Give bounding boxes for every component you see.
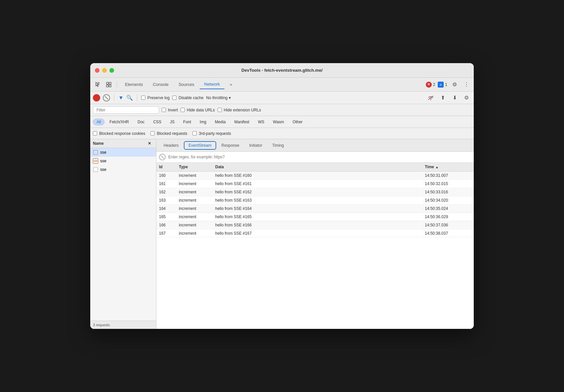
nav-tabs: Elements Console Sources Network » (120, 80, 424, 89)
disable-cache-checkbox[interactable] (172, 96, 177, 100)
type-fetch-xhr[interactable]: Fetch/XHR (106, 119, 133, 125)
type-all[interactable]: All (93, 119, 104, 125)
type-header: Type (179, 165, 215, 169)
third-party-label[interactable]: 3rd-party requests (192, 131, 231, 136)
titlebar: DevTools - fetch-eventstream.glitch.me/ (90, 63, 474, 78)
tab-response[interactable]: Response (217, 141, 244, 150)
tab-console[interactable]: Console (148, 80, 173, 89)
window-title: DevTools - fetch-eventstream.glitch.me/ (241, 68, 322, 73)
type-img[interactable]: Img (196, 119, 210, 125)
devtools-panel: Elements Console Sources Network » ✕ 2 ≡… (90, 78, 474, 329)
request-name-2: sse (100, 159, 106, 163)
sidebar-footer: 3 requests (90, 321, 156, 329)
maximize-button[interactable] (109, 68, 114, 73)
network-settings-icon[interactable]: ⚙ (462, 93, 471, 102)
record-button[interactable] (93, 94, 100, 101)
svg-rect-1 (106, 82, 108, 84)
table-row[interactable]: 163 increment hello from SSE #163 14:50:… (156, 196, 474, 205)
settings-icon[interactable]: ⚙ (450, 80, 459, 89)
blocked-cookies-label[interactable]: Blocked response cookies (93, 131, 145, 136)
tab-more[interactable]: » (225, 80, 237, 89)
main-toolbar: Elements Console Sources Network » ✕ 2 ≡… (90, 78, 474, 92)
request-list-header: Name ✕ (90, 139, 156, 148)
right-panel: Headers EventStream Response Initiator T… (156, 139, 474, 329)
hide-data-urls-label[interactable]: Hide data URLs (181, 108, 215, 112)
type-font[interactable]: Font (180, 119, 195, 125)
inspect-icon[interactable] (104, 80, 113, 89)
table-row[interactable]: 165 increment hello from SSE #165 14:50:… (156, 213, 474, 221)
tab-network[interactable]: Network (200, 80, 225, 89)
table-row[interactable]: 161 increment hello from SSE #161 14:50:… (156, 180, 474, 188)
chevron-down-icon: ▾ (229, 96, 231, 100)
invert-checkbox[interactable] (162, 108, 166, 112)
tab-headers[interactable]: Headers (159, 141, 183, 150)
type-css[interactable]: CSS (149, 119, 165, 125)
type-manifest[interactable]: Manifest (231, 119, 253, 125)
upload-icon[interactable]: ⬆ (438, 93, 447, 102)
type-js[interactable]: JS (166, 119, 178, 125)
pointer-icon[interactable] (93, 80, 102, 89)
detail-tabs: Headers EventStream Response Initiator T… (156, 139, 474, 152)
window-controls (95, 68, 114, 73)
type-wasm[interactable]: Wasm (269, 119, 288, 125)
wifi-icon[interactable] (426, 93, 435, 102)
filter-row: Invert Hide data URLs Hide extension URL… (90, 104, 474, 116)
request-list: sse <> sse sse (90, 148, 156, 321)
invert-label[interactable]: Invert (162, 108, 178, 112)
table-row[interactable]: 166 increment hello from SSE #166 14:50:… (156, 221, 474, 229)
toolbar-separator (117, 81, 117, 88)
type-media[interactable]: Media (211, 119, 229, 125)
blocked-requests-checkbox[interactable] (150, 131, 155, 136)
tab-initiator[interactable]: Initiator (245, 141, 267, 150)
type-ws[interactable]: WS (254, 119, 268, 125)
checkbox-icon (93, 150, 98, 155)
third-party-checkbox[interactable] (192, 131, 197, 136)
table-row[interactable]: 164 increment hello from SSE #164 14:50:… (156, 205, 474, 213)
preserve-log-label[interactable]: Preserve log (141, 96, 170, 100)
request-item-sse-3[interactable]: sse (90, 165, 156, 174)
panel-split: Name ✕ sse <> sse (90, 139, 474, 329)
filter-input[interactable] (93, 106, 159, 114)
toolbar-sep-2 (114, 94, 114, 101)
hide-ext-urls-label[interactable]: Hide extension URLs (218, 108, 261, 112)
filter-icon[interactable]: ▼ (118, 95, 124, 101)
table-row[interactable]: 167 increment hello from SSE #167 14:50:… (156, 229, 474, 238)
blocked-cookies-checkbox[interactable] (93, 131, 97, 136)
request-item-sse-2[interactable]: <> sse (90, 157, 156, 165)
hide-data-urls-checkbox[interactable] (181, 108, 185, 112)
minimize-button[interactable] (102, 68, 107, 73)
request-item-sse-1[interactable]: sse (90, 148, 156, 157)
table-row[interactable]: 162 increment hello from SSE #162 14:50:… (156, 188, 474, 196)
close-button[interactable] (95, 68, 100, 73)
sort-ascending-icon[interactable]: ▲ (435, 165, 439, 169)
toolbar-right: ✕ 2 ≡ 1 ⚙ ⋮ (426, 80, 471, 89)
tab-sources[interactable]: Sources (174, 80, 199, 89)
clear-button[interactable] (103, 94, 110, 101)
svg-rect-2 (109, 82, 111, 84)
hide-ext-urls-checkbox[interactable] (218, 108, 222, 112)
type-filter-row: All Fetch/XHR Doc CSS JS Font Img Media … (90, 116, 474, 128)
name-header: Name (93, 141, 145, 146)
left-sidebar: Name ✕ sse <> sse (90, 139, 156, 329)
close-column-icon[interactable]: ✕ (145, 141, 153, 146)
disable-cache-label[interactable]: Disable cache (172, 96, 203, 100)
search-icon[interactable]: 🔍 (126, 95, 133, 101)
regex-input[interactable] (168, 155, 471, 159)
id-header: Id (159, 165, 179, 169)
throttle-select[interactable]: No throttling ▾ (206, 96, 231, 100)
more-icon[interactable]: ⋮ (462, 80, 471, 89)
ban-icon (159, 154, 166, 160)
table-header: Id Type Data Time ▲ (156, 163, 474, 172)
preserve-log-checkbox[interactable] (141, 96, 145, 100)
tab-elements[interactable]: Elements (120, 80, 147, 89)
type-other[interactable]: Other (289, 119, 306, 125)
svg-rect-4 (109, 85, 111, 87)
devtools-window: DevTools - fetch-eventstream.glitch.me/ (90, 63, 474, 329)
tab-eventstream[interactable]: EventStream (184, 141, 216, 150)
type-doc[interactable]: Doc (134, 119, 148, 125)
error-badge: ✕ 2 (426, 82, 435, 88)
table-row[interactable]: 160 increment hello from SSE #160 14:50:… (156, 172, 474, 180)
tab-timing[interactable]: Timing (267, 141, 289, 150)
blocked-requests-label[interactable]: Blocked requests (150, 131, 187, 136)
download-icon[interactable]: ⬇ (450, 93, 459, 102)
